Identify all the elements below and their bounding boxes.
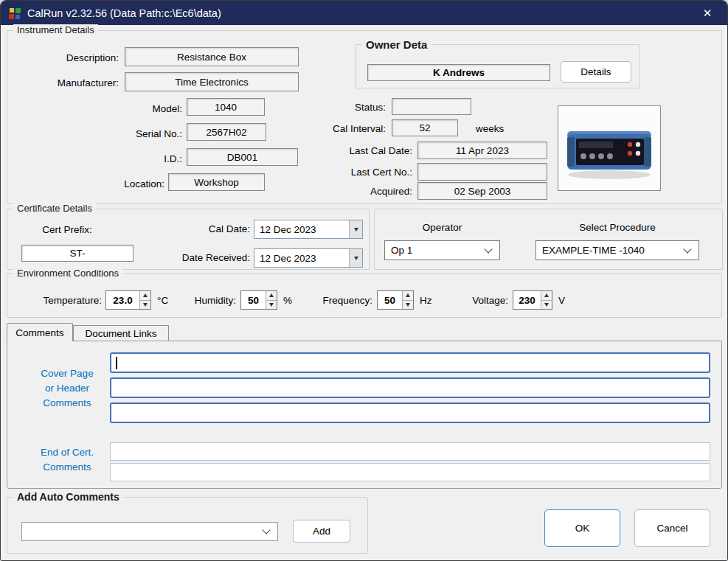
voltage-value[interactable]: 230 xyxy=(513,291,541,309)
id-field[interactable]: DB001 xyxy=(187,148,298,166)
operator-procedure-group xyxy=(374,209,723,270)
cert-prefix-field[interactable]: ST- xyxy=(21,245,134,262)
description-field[interactable]: Resistance Box xyxy=(125,47,299,66)
cover-comment-input-2[interactable] xyxy=(110,377,710,398)
voltage-down-button[interactable] xyxy=(541,301,552,310)
frequency-unit: Hz xyxy=(420,295,432,306)
cal-interval-label: Cal Interval: xyxy=(299,123,386,134)
manufacturer-field[interactable]: Time Electronics xyxy=(125,72,299,91)
cal-date-label: Cal Date: xyxy=(174,223,250,234)
calrun-dialog: CalRun v2.32.56 (Data Path:c:\Ec6\data) … xyxy=(0,0,728,561)
spin-up-icon xyxy=(269,293,274,297)
environment-conditions-group-title: Environment Conditions xyxy=(13,268,122,279)
serial-no-label: Serial No.: xyxy=(94,128,182,139)
end-comment-input-1[interactable] xyxy=(110,442,710,461)
spin-down-icon xyxy=(269,303,274,307)
voltage-label: Voltage: xyxy=(452,295,508,306)
cal-date-value: 12 Dec 2023 xyxy=(254,224,349,235)
date-received-picker[interactable]: 12 Dec 2023 xyxy=(254,248,363,268)
cal-interval-field[interactable]: 52 xyxy=(392,119,458,136)
voltage-stepper[interactable]: 230 xyxy=(513,290,552,310)
status-field[interactable] xyxy=(392,98,471,115)
temperature-value[interactable]: 23.0 xyxy=(106,291,139,309)
cover-comment-input-3[interactable] xyxy=(110,403,710,423)
procedure-select[interactable]: EXAMPLE-TIME -1040 xyxy=(535,240,699,260)
operator-value: Op 1 xyxy=(391,245,412,256)
end-comment-input-2[interactable] xyxy=(110,463,710,481)
humidity-up-button[interactable] xyxy=(266,291,277,301)
temperature-up-button[interactable] xyxy=(140,291,150,301)
temperature-stepper[interactable]: 23.0 xyxy=(105,290,151,310)
manufacturer-label: Manufacturer: xyxy=(30,77,119,88)
description-label: Description: xyxy=(30,52,119,63)
date-received-value: 12 Dec 2023 xyxy=(254,253,349,264)
auto-comment-select[interactable] xyxy=(21,522,278,541)
end-comments-label: End of Cert. Comments xyxy=(27,445,107,475)
ok-button[interactable]: OK xyxy=(544,509,620,547)
date-received-dropdown-button[interactable] xyxy=(349,249,362,267)
spin-up-icon xyxy=(143,293,148,297)
location-field[interactable]: Workshop xyxy=(168,173,265,191)
dropdown-arrow-icon xyxy=(354,228,358,231)
model-field[interactable]: 1040 xyxy=(187,98,265,116)
dropdown-arrow-icon xyxy=(354,257,358,260)
frequency-value[interactable]: 50 xyxy=(378,291,402,309)
frequency-stepper[interactable]: 50 xyxy=(377,290,414,310)
cal-interval-unit: weeks xyxy=(476,123,504,134)
tab-document-links[interactable]: Document Links xyxy=(73,325,169,341)
chevron-down-icon xyxy=(262,526,270,534)
close-icon[interactable]: ✕ xyxy=(695,1,720,25)
app-icon xyxy=(8,7,21,20)
add-button[interactable]: Add xyxy=(293,520,350,543)
status-label: Status: xyxy=(303,102,386,113)
date-received-label: Date Received: xyxy=(169,252,250,263)
select-procedure-label: Select Procedure xyxy=(535,222,699,233)
spin-down-icon xyxy=(143,303,148,307)
temperature-label: Temperature: xyxy=(15,295,102,306)
frequency-label: Frequency: xyxy=(303,295,372,306)
owner-name-field[interactable]: K Andrews xyxy=(367,64,550,81)
last-cert-no-field[interactable] xyxy=(417,163,547,181)
model-label: Model: xyxy=(94,103,182,114)
serial-no-field[interactable]: 2567H02 xyxy=(187,123,266,141)
cal-date-dropdown-button[interactable] xyxy=(349,220,362,238)
details-button[interactable]: Details xyxy=(561,61,631,83)
temperature-down-button[interactable] xyxy=(140,301,150,310)
window-title: CalRun v2.32.56 (Data Path:c:\Ec6\data) xyxy=(27,7,221,19)
voltage-up-button[interactable] xyxy=(541,291,552,301)
chevron-down-icon xyxy=(683,245,691,253)
chevron-down-icon xyxy=(484,245,492,253)
spin-down-icon xyxy=(544,303,549,307)
tab-comments[interactable]: Comments xyxy=(7,323,73,341)
last-cal-date-field[interactable]: 11 Apr 2023 xyxy=(417,142,547,159)
text-caret xyxy=(116,357,117,369)
last-cert-no-label: Last Cert No.: xyxy=(325,167,412,178)
humidity-down-button[interactable] xyxy=(266,301,277,310)
spin-up-icon xyxy=(406,293,410,297)
last-cal-date-label: Last Cal Date: xyxy=(325,145,412,156)
acquired-label: Acquired: xyxy=(325,186,412,197)
cover-comments-label: Cover Page or Header Comments xyxy=(27,366,107,411)
instrument-photo xyxy=(558,105,661,191)
humidity-stepper[interactable]: 50 xyxy=(240,290,277,310)
humidity-value[interactable]: 50 xyxy=(241,291,266,309)
frequency-down-button[interactable] xyxy=(403,301,413,310)
cert-prefix-label: Cert Prefix: xyxy=(21,224,113,235)
instrument-details-group-title: Instrument Details xyxy=(13,24,98,35)
cal-date-picker[interactable]: 12 Dec 2023 xyxy=(254,220,363,239)
acquired-field[interactable]: 02 Sep 2003 xyxy=(417,182,547,200)
humidity-label: Humidity: xyxy=(173,295,236,306)
temperature-unit: °C xyxy=(157,295,168,306)
cancel-button[interactable]: Cancel xyxy=(634,509,710,547)
id-label: I.D.: xyxy=(94,153,182,164)
operator-label: Operator xyxy=(384,222,500,233)
cover-comment-input-1[interactable] xyxy=(110,352,710,373)
frequency-up-button[interactable] xyxy=(403,291,413,301)
voltage-unit: V xyxy=(558,295,565,306)
spin-down-icon xyxy=(406,303,410,307)
operator-select[interactable]: Op 1 xyxy=(384,240,500,260)
owner-details-group-title: Owner Deta xyxy=(362,38,431,51)
spin-up-icon xyxy=(544,293,549,297)
procedure-value: EXAMPLE-TIME -1040 xyxy=(542,245,645,256)
certificate-details-group-title: Certificate Details xyxy=(13,203,96,214)
